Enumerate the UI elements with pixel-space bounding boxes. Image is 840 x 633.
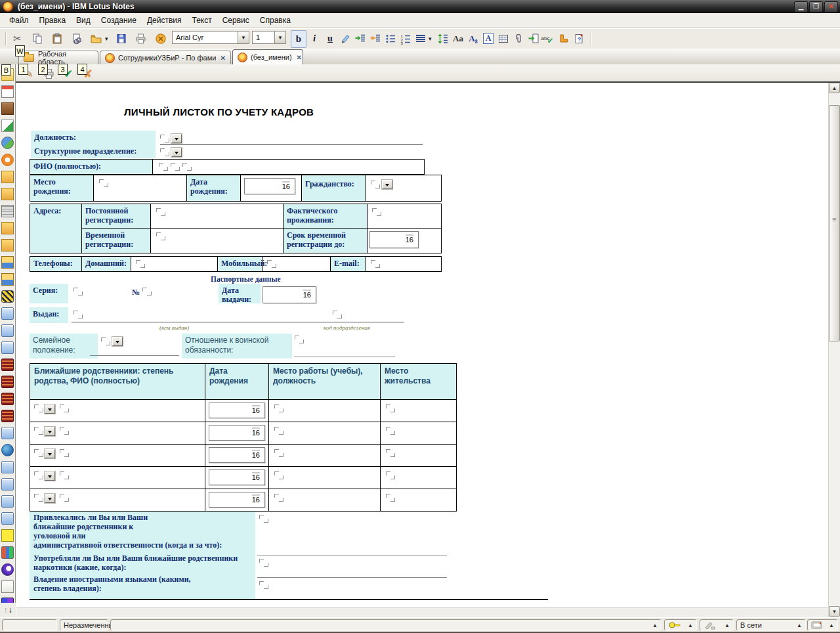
field-marker[interactable] — [34, 449, 43, 457]
tab-workspace[interactable]: Рабочая область — [18, 51, 98, 64]
notepad-icon[interactable] — [1, 580, 14, 593]
temporary-until-date-field[interactable]: 16 — [369, 231, 419, 248]
field-marker[interactable] — [160, 135, 169, 142]
close-button[interactable]: ✕ — [824, 1, 838, 12]
folder-web-icon[interactable] — [1, 273, 14, 286]
import-icon[interactable] — [526, 30, 541, 47]
line-spacing-icon[interactable] — [436, 30, 450, 47]
birthdate-cell[interactable]: 16 — [241, 175, 302, 201]
field-marker[interactable] — [160, 148, 169, 156]
field-marker[interactable] — [60, 471, 69, 479]
email-cell[interactable] — [366, 257, 441, 271]
bullet-list-icon[interactable] — [383, 30, 398, 47]
signature-selector[interactable]: ▲ — [700, 619, 734, 631]
contacts-icon[interactable] — [1, 102, 14, 115]
database-icon[interactable] — [1, 495, 14, 508]
field-marker[interactable] — [74, 311, 83, 318]
database-icon[interactable] — [1, 461, 14, 473]
scroll-down-icon[interactable]: ↓ — [9, 605, 12, 615]
birthplace-field-cell[interactable] — [94, 175, 187, 201]
field-marker[interactable] — [34, 427, 43, 435]
alignment-dropdown-icon[interactable]: ▾ — [429, 35, 432, 42]
ruler-icon[interactable] — [556, 30, 571, 47]
bold-icon[interactable]: b — [291, 30, 306, 48]
field-marker[interactable] — [74, 288, 83, 295]
department-dropdown[interactable] — [171, 148, 182, 157]
citizenship-dropdown[interactable] — [382, 180, 392, 189]
font-select[interactable]: Arial Cyr ▼ — [172, 31, 249, 44]
relative-birthdate-cell[interactable]: 16 — [205, 467, 269, 489]
security-key-selector[interactable]: ▲ — [664, 619, 697, 631]
relative-residence-cell[interactable] — [381, 467, 456, 489]
relative-birthdate-cell[interactable]: 16 — [205, 445, 269, 466]
database-red-icon[interactable] — [1, 410, 14, 422]
network-status-selector[interactable]: В сети ▲ — [736, 619, 806, 631]
field-marker[interactable] — [333, 311, 342, 318]
relative-residence-cell[interactable] — [381, 422, 456, 444]
field-marker[interactable] — [274, 404, 284, 412]
home-phone-cell[interactable] — [131, 257, 218, 271]
relation-dropdown[interactable] — [45, 494, 55, 503]
folder-web-icon[interactable] — [1, 256, 14, 269]
scroll-up-icon[interactable]: ↑ — [4, 605, 8, 615]
copy-icon[interactable] — [29, 30, 45, 47]
relative-birthdate-cell[interactable]: 16 — [205, 400, 269, 422]
text-color-icon[interactable]: A — [481, 30, 495, 47]
spellcheck-icon[interactable]: abc ✔ — [541, 30, 556, 47]
print-icon[interactable] — [133, 30, 149, 47]
relative-birthdate-cell[interactable]: 16 — [205, 489, 269, 511]
temporary-registration-cell[interactable] — [151, 229, 284, 253]
text-style-icon[interactable]: A₈ — [466, 30, 480, 47]
relative-birthdate-field[interactable]: 16 — [209, 492, 265, 508]
location-selector[interactable]: ▲ — [807, 619, 838, 631]
menu-item[interactable]: Вид — [71, 14, 96, 27]
scrollbar-down-icon[interactable]: ▼ — [829, 606, 840, 617]
numbered-list-icon[interactable]: 123 — [398, 30, 413, 47]
field-marker[interactable] — [295, 336, 304, 343]
permanent-registration-cell[interactable] — [151, 204, 284, 229]
todo-icon[interactable] — [1, 120, 14, 132]
relation-dropdown[interactable] — [45, 471, 55, 481]
relative-name-cell[interactable] — [30, 489, 205, 511]
field-marker[interactable] — [34, 471, 43, 479]
folder-icon[interactable] — [1, 171, 14, 183]
menu-item[interactable]: Создание — [96, 14, 142, 27]
field-marker[interactable] — [156, 232, 165, 240]
field-marker[interactable] — [372, 208, 381, 216]
field-marker[interactable] — [182, 163, 192, 171]
swoosh-icon[interactable] — [1, 563, 14, 576]
italic-icon[interactable]: i — [307, 30, 322, 47]
database-red-icon[interactable] — [1, 359, 14, 371]
field-marker[interactable] — [371, 181, 380, 188]
field-marker[interactable] — [142, 288, 152, 295]
font-size-select[interactable]: 1 ▼ — [252, 31, 286, 44]
minimize-button[interactable]: ▁ — [794, 1, 808, 12]
relative-workplace-cell[interactable] — [269, 467, 381, 489]
field-marker[interactable] — [171, 163, 180, 171]
relative-workplace-cell[interactable] — [269, 400, 381, 422]
status-message-area[interactable]: ▲ — [110, 619, 662, 631]
restore-button[interactable]: ❐ — [809, 1, 823, 12]
table-icon[interactable] — [496, 30, 511, 47]
relative-birthdate-field[interactable]: 16 — [209, 469, 265, 485]
menu-item[interactable]: Справка — [255, 14, 296, 27]
menu-item[interactable]: Правка — [34, 14, 72, 27]
tab-close-icon[interactable]: ✕ — [220, 55, 226, 62]
database-icon[interactable] — [1, 307, 14, 320]
relative-name-cell[interactable] — [30, 467, 205, 489]
copy-as-link-icon[interactable] — [68, 30, 85, 47]
field-marker[interactable] — [99, 179, 108, 187]
alignment-icon[interactable] — [413, 30, 428, 47]
relative-workplace-cell[interactable] — [269, 422, 381, 444]
field-marker[interactable] — [267, 260, 276, 268]
birthdate-date-field[interactable]: 16 — [244, 178, 295, 194]
tab-untitled-document[interactable]: (без_имени) ✕ — [232, 49, 303, 64]
relation-dropdown[interactable] — [45, 404, 55, 414]
relative-birthdate-field[interactable]: 16 — [209, 425, 265, 441]
permanent-pen-icon[interactable] — [152, 30, 169, 47]
field-marker[interactable] — [34, 404, 43, 412]
relative-birthdate-field[interactable]: 16 — [209, 403, 265, 418]
menu-item[interactable]: Действия — [142, 14, 187, 27]
field-marker[interactable] — [60, 427, 69, 435]
field-marker[interactable] — [386, 471, 395, 479]
